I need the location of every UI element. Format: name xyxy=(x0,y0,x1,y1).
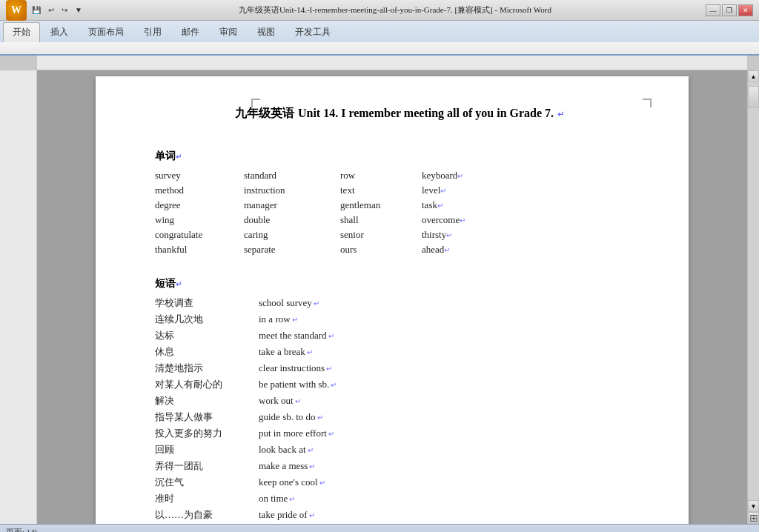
phrase-row: 弄得一团乱make a mess↵ xyxy=(155,459,644,473)
phrase-row: 回顾look back at↵ xyxy=(155,443,644,456)
spacer2 xyxy=(155,264,644,270)
word-wing: wing xyxy=(155,213,244,227)
qa-dropdown[interactable]: ▼ xyxy=(73,5,84,15)
document-title: 九年级英语 Unit 14. I remember meeting all of… xyxy=(155,106,644,122)
title-bar-left: W 💾 ↩ ↪ ▼ xyxy=(6,0,84,21)
ribbon-content xyxy=(0,42,759,54)
undo-btn[interactable]: ↩ xyxy=(46,5,56,15)
phrase-cn: 回顾 xyxy=(155,443,251,456)
scroll-down-btn[interactable]: ▼ xyxy=(748,500,759,512)
scroll-thumb[interactable] xyxy=(748,86,759,108)
word-ahead: ahead↵ xyxy=(422,243,540,256)
scroll-up-btn[interactable]: ▲ xyxy=(748,70,759,82)
phrase-row: 沉住气keep one's cool↵ xyxy=(155,476,644,489)
ruler-area xyxy=(0,56,759,70)
phrase-cn: 投入更多的努力 xyxy=(155,427,251,440)
main-area: 九年级英语 Unit 14. I remember meeting all of… xyxy=(0,70,759,524)
vertical-ruler xyxy=(0,70,37,524)
word-separate: separate xyxy=(244,243,340,256)
word-keyboard: keyboard↵ xyxy=(422,169,540,182)
phrase-en: guide sb. to do↵ xyxy=(259,411,323,423)
phrase-row: 以……为自豪take pride of↵ xyxy=(155,508,644,522)
phrase-cn: 以……为自豪 xyxy=(155,508,251,522)
tab-insert[interactable]: 插入 xyxy=(41,22,78,42)
right-scrollbar: ▲ ▼ ⊞ xyxy=(747,70,759,524)
tab-dev[interactable]: 开发工具 xyxy=(285,22,340,42)
word-text: text xyxy=(340,184,422,197)
word-degree: degree xyxy=(155,199,244,212)
horizontal-ruler xyxy=(37,56,747,70)
phrase-cn: 指导某人做事 xyxy=(155,410,251,424)
phrase-en: keep one's cool↵ xyxy=(259,476,325,488)
page-mark-tl xyxy=(251,99,260,107)
phrase-en: make a mess↵ xyxy=(259,460,315,472)
page-mark-tr xyxy=(643,99,652,107)
ribbon: 开始 插入 页面布局 引用 邮件 审阅 视图 开发工具 xyxy=(0,21,759,56)
office-logo: W xyxy=(6,0,27,21)
window-controls: — ❐ ✕ xyxy=(706,4,753,16)
phrase-en: on time↵ xyxy=(259,493,295,505)
phrases-table: 学校调查school survey↵连续几次地in a row↵达标meet t… xyxy=(155,296,644,524)
phrase-row: 达标meet the standard↵ xyxy=(155,329,644,342)
window-title: 九年级英语Unit-14.-I-remember-meeting-all-of-… xyxy=(84,4,706,16)
tab-home[interactable]: 开始 xyxy=(3,22,40,42)
phrase-en: put in more effort↵ xyxy=(259,428,334,439)
ribbon-tabs: 开始 插入 页面布局 引用 邮件 审阅 视图 开发工具 xyxy=(0,21,759,42)
phrase-row: 休息take a break↵ xyxy=(155,345,644,359)
word-senior: senior xyxy=(340,228,422,242)
phrase-cn: 准时 xyxy=(155,492,251,505)
title-bar: W 💾 ↩ ↪ ▼ 九年级英语Unit-14.-I-remember-meeti… xyxy=(0,0,759,21)
phrase-cn: 对某人有耐心的 xyxy=(155,378,251,391)
word-thirsty: thirsty↵ xyxy=(422,228,540,242)
phrase-cn: 休息 xyxy=(155,345,251,359)
phrase-row: 指导某人做事guide sb. to do↵ xyxy=(155,410,644,424)
phrase-row: 解决work out↵ xyxy=(155,394,644,408)
minimize-btn[interactable]: — xyxy=(706,4,720,16)
word-survey: survey xyxy=(155,169,244,182)
phrase-en: school survey↵ xyxy=(259,297,319,309)
word-gentleman: gentleman xyxy=(340,199,422,212)
phrases-return: ↵ xyxy=(176,280,182,288)
tab-view[interactable]: 视图 xyxy=(248,22,285,42)
phrase-en: meet the standard↵ xyxy=(259,330,334,342)
phrase-cn: 清楚地指示 xyxy=(155,362,251,375)
word-method: method xyxy=(155,184,244,197)
phrase-row: 对某人有耐心的be patient with sb.↵ xyxy=(155,378,644,391)
vocab-section-header: 单词↵ xyxy=(155,150,644,163)
word-thankful: thankful xyxy=(155,243,244,256)
close-btn[interactable]: ✕ xyxy=(738,4,753,16)
word-standard: standard xyxy=(244,169,340,182)
restore-btn[interactable]: ❐ xyxy=(722,4,737,16)
tab-mail[interactable]: 邮件 xyxy=(172,22,209,42)
scroll-track[interactable] xyxy=(748,82,759,500)
phrase-cn: 达标 xyxy=(155,329,251,342)
document-area[interactable]: 九年级英语 Unit 14. I remember meeting all of… xyxy=(37,70,747,524)
vocab-return: ↵ xyxy=(176,153,182,161)
word-manager: manager xyxy=(244,199,340,212)
phrase-row: 准时on time↵ xyxy=(155,492,644,505)
phrase-row: 连续几次地in a row↵ xyxy=(155,313,644,326)
phrase-cn: 沉住气 xyxy=(155,476,251,489)
title-cn: 九年级英语 xyxy=(235,107,294,119)
tab-review[interactable]: 审阅 xyxy=(210,22,247,42)
word-row: row xyxy=(340,169,422,182)
phrase-en: in a row↵ xyxy=(259,313,298,325)
tab-ref[interactable]: 引用 xyxy=(134,22,171,42)
left-panel xyxy=(0,70,37,524)
save-quick-btn[interactable]: 💾 xyxy=(30,5,43,15)
word-overcome: overcome↵ xyxy=(422,213,540,227)
phrase-row: 投入更多的努力put in more effort↵ xyxy=(155,427,644,440)
word-instruction: instruction xyxy=(244,184,340,197)
redo-btn[interactable]: ↪ xyxy=(59,5,70,15)
tab-layout[interactable]: 页面布局 xyxy=(79,22,133,42)
title-return: ↵ xyxy=(557,110,564,119)
spacer1 xyxy=(155,136,644,142)
word-double: double xyxy=(244,213,340,227)
title-en: Unit 14. I remember meeting all of you i… xyxy=(298,107,554,119)
word-caring: caring xyxy=(244,228,340,242)
word-congratulate: congratulate xyxy=(155,228,244,242)
phrase-cn: 解决 xyxy=(155,394,251,408)
phrase-cn: 弄得一团乱 xyxy=(155,459,251,473)
zoom-btn[interactable]: ⊞ xyxy=(748,512,759,524)
page-count: 页面: 1/9 xyxy=(6,527,37,532)
